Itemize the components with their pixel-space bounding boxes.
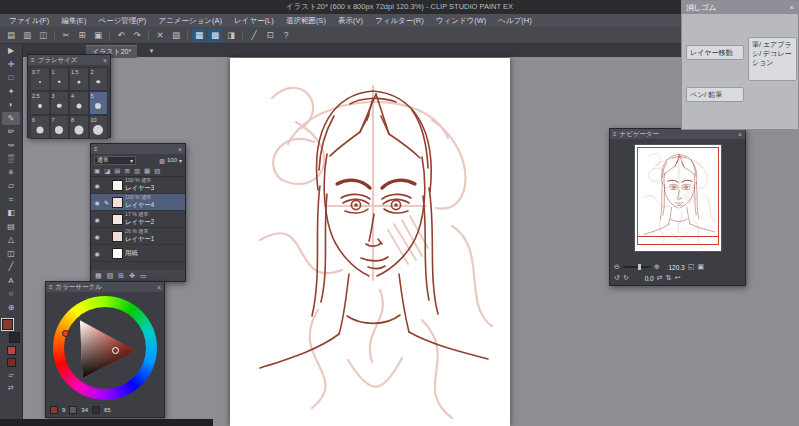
subtool-brush-airbrush-decoration-button[interactable]: 筆/ エアブラシ/ デコレーション [748,37,797,81]
fill-icon[interactable]: ▨ [169,29,183,42]
zoom-tool[interactable]: ⊕ [2,301,20,315]
brush-size-cell[interactable]: 8 [69,115,89,139]
auto-select-tool[interactable]: ✦ [2,85,20,99]
transparent-color-icon[interactable]: ▱ [2,369,20,380]
snap-special-ruler-icon[interactable]: ▩ [208,29,222,42]
layer-move-tool[interactable]: ✛ [2,58,20,72]
gradient-tool[interactable]: ▤ [2,220,20,234]
duplicate-layer-icon[interactable]: ⊞ [118,272,124,280]
open-file-icon[interactable]: ▥ [20,29,34,42]
brush-size-cell[interactable]: 3 [50,91,70,115]
menu-selection[interactable]: 選択範囲(S) [281,14,331,27]
copy-icon[interactable]: ⊞ [75,29,89,42]
color-wheel[interactable] [53,296,157,400]
swap-colors-icon[interactable]: ⇄ [2,382,20,393]
brush-size-cell[interactable]: 10 [89,115,109,139]
save-file-icon[interactable]: ◫ [36,29,50,42]
delete-layer-icon[interactable]: ▭ [140,272,147,280]
background-color-swatch[interactable] [9,332,20,343]
snap-grid-icon[interactable]: ◨ [224,29,238,42]
grid-icon[interactable]: ⊡ [263,29,277,42]
snap-ruler-icon[interactable]: ▦ [192,29,206,42]
brush-size-cell[interactable]: 1 [50,67,70,91]
eyedropper-tool[interactable]: ◗ [2,98,20,112]
merge-layer-icon[interactable]: ✥ [129,272,135,280]
menu-file[interactable]: ファイル(F) [4,14,54,27]
decoration-tool[interactable]: ✳ [2,166,20,180]
two-pane-icon[interactable]: ▧ [154,167,160,175]
figure-tool[interactable]: △ [2,233,20,247]
new-canvas-icon[interactable]: ▤ [4,29,18,42]
set-reference-icon[interactable]: ▦ [144,167,150,175]
navigator-thumbnail[interactable] [634,144,722,252]
layer-row[interactable]: ◉ 100 % 通常 レイヤー3 [91,177,185,194]
close-icon[interactable]: × [153,284,161,291]
new-layer-icon[interactable]: ▦ [95,272,102,280]
pen-tool[interactable]: ✎ [2,112,20,126]
brush-size-cell[interactable]: 6 [30,115,50,139]
close-icon[interactable]: × [99,57,107,64]
menu-view[interactable]: 表示(V) [333,14,368,27]
lock-alpha-icon[interactable]: ▤ [114,167,120,175]
paste-icon[interactable]: ▣ [91,29,105,42]
close-icon[interactable]: × [790,1,794,14]
text-tool[interactable]: A [2,274,20,288]
subtool-pen-pencil-button[interactable]: ペン/ 鉛筆 [686,87,744,102]
brush-tool[interactable]: ✑ [2,139,20,153]
tab-menu-caret-icon[interactable]: ▾ [146,45,157,57]
clear-icon[interactable]: ✕ [153,29,167,42]
redo-icon[interactable]: ↷ [130,29,144,42]
reset-rotation-icon[interactable]: ↩ [675,274,681,282]
eye-icon[interactable]: ◉ [93,216,101,223]
palette-menu-icon[interactable]: ≡ [613,131,617,137]
rotate-right-icon[interactable]: ↻ [623,274,629,282]
flip-horizontal-icon[interactable]: ⇄ [657,274,663,282]
zoom-slider-knob[interactable] [638,264,641,270]
pencil-tool[interactable]: ✏ [2,125,20,139]
blend-tool[interactable]: ≈ [2,193,20,207]
palette-menu-icon[interactable]: ≡ [31,57,35,63]
menu-filter[interactable]: フィルター(R) [370,14,429,27]
fill-tool[interactable]: ◧ [2,206,20,220]
layer-opacity-field[interactable]: ▨ 100 ▾ [159,157,182,164]
eraser-tool[interactable]: ▱ [2,179,20,193]
close-icon[interactable]: × [174,146,182,153]
airbrush-tool[interactable]: ▒ [2,152,20,166]
selection-tool[interactable]: □ [2,71,20,85]
layer-row-paper[interactable]: ◉ 用紙 [91,245,185,262]
frame-border-tool[interactable]: ◫ [2,247,20,261]
cut-icon[interactable]: ✂ [59,29,73,42]
eye-icon[interactable]: ◉ [93,182,101,189]
actual-size-icon[interactable]: ▣ [697,263,704,271]
rotate-left-icon[interactable]: ↺ [614,274,620,282]
mask-icon[interactable]: ⊞ [124,167,129,175]
ruler-layer-icon[interactable]: ▥ [134,167,140,175]
eye-icon[interactable]: ◉ [93,199,101,206]
sub-color-swatch-2[interactable] [7,358,16,367]
undo-icon[interactable]: ↶ [114,29,128,42]
new-folder-icon[interactable]: ▧ [107,272,114,280]
zoom-in-icon[interactable]: ⊕ [654,263,660,271]
brush-size-cell[interactable]: 1.5 [69,67,89,91]
menu-edit[interactable]: 編集(E) [56,14,91,27]
canvas[interactable] [230,58,510,426]
clip-mask-icon[interactable]: ▣ [94,167,100,175]
menu-layer[interactable]: レイヤー(L) [229,14,279,27]
menu-page[interactable]: ページ管理(P) [93,14,151,27]
brush-size-cell[interactable]: 7 [50,115,70,139]
fit-to-window-icon[interactable]: ◱ [688,263,695,271]
foreground-color-swatch[interactable] [2,319,13,330]
zoom-out-icon[interactable]: ⊖ [614,263,620,271]
brush-size-cell[interactable]: 2 [89,67,109,91]
brush-size-cell[interactable]: 0.7 [30,67,50,91]
operation-tool[interactable]: ▶ [2,44,20,58]
palette-menu-icon[interactable]: ≡ [49,284,53,290]
ruler-icon[interactable]: ╱ [247,29,261,42]
blend-mode-select[interactable]: 通常 ▾ [94,156,136,165]
hue-marker[interactable] [62,330,69,337]
brush-size-cell-selected[interactable]: 5 [89,91,109,115]
eye-icon[interactable]: ◉ [93,250,101,257]
balloon-tool[interactable]: ○ [2,287,20,301]
ruler-tool[interactable]: ╱ [2,260,20,274]
brush-size-cell[interactable]: 2.5 [30,91,50,115]
